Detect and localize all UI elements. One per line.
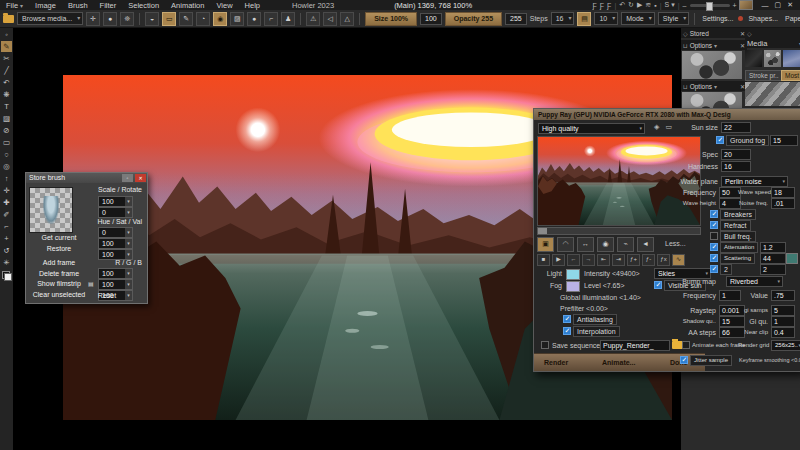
keyframe-smoothing-value[interactable]: Keyframe smoothing <0.00> — [739, 357, 800, 363]
frequency2-field[interactable]: 1 — [719, 290, 741, 301]
rotate-tool-icon[interactable]: ↺ — [1, 245, 12, 256]
rotate-spinner[interactable]: 0 — [98, 207, 133, 218]
text-tool-icon[interactable]: T — [1, 101, 12, 112]
near-clip-field[interactable]: 0.4 — [771, 327, 795, 338]
gi-qu-field[interactable]: 1 — [771, 316, 795, 327]
brush-preview-thumb[interactable] — [29, 187, 73, 233]
background-color[interactable] — [4, 273, 12, 281]
options-arrow-icon[interactable] — [714, 42, 717, 49]
sun-size-field[interactable]: 22 — [721, 122, 751, 133]
last-key-icon[interactable]: ⇥ — [612, 254, 625, 266]
trash-icon[interactable] — [683, 83, 688, 90]
hue-spinner[interactable]: 0 — [98, 227, 133, 238]
aim-camera-icon[interactable]: ◄ — [637, 237, 654, 252]
opacity-button[interactable]: Opacity 255 — [445, 12, 502, 26]
jitter-sample-checkbox[interactable] — [680, 356, 688, 364]
spec-field[interactable]: 20 — [721, 149, 751, 160]
pattern-icon[interactable]: ▨ — [230, 12, 244, 26]
picker-tool-icon[interactable]: ↑ — [1, 173, 12, 184]
pattern-dropdown[interactable]: 10 — [594, 12, 618, 25]
scattering-color-swatch[interactable] — [786, 253, 798, 264]
r-spinner[interactable]: 100 — [98, 268, 133, 279]
texture-preview-thumb[interactable] — [739, 0, 753, 10]
browse-folder-icon[interactable] — [3, 15, 14, 23]
knife-tool-icon[interactable]: ✂ — [1, 53, 12, 64]
curve-editor-icon[interactable]: ∿ — [672, 254, 685, 266]
play-icon[interactable]: ▶ — [552, 254, 565, 266]
size-button[interactable]: Size 100% — [365, 12, 417, 26]
fog-level-value[interactable]: Level <7.65> — [584, 282, 624, 289]
add-frame-button[interactable]: Add frame — [28, 259, 90, 266]
quality-dropdown[interactable]: High quality — [538, 123, 645, 134]
scattering-checkbox[interactable] — [710, 254, 718, 262]
play-icon[interactable]: ▶ — [637, 1, 642, 9]
sequence-name-field[interactable]: Puppy_Render_ — [600, 340, 670, 351]
menu-file[interactable]: File▾ — [0, 1, 29, 10]
stop-icon[interactable]: ▪ — [654, 2, 656, 9]
pan-tool-icon[interactable]: ✚ — [1, 197, 12, 208]
browse-media-dropdown[interactable]: Browse media... — [17, 12, 83, 25]
g-spinner[interactable]: 100 — [98, 279, 133, 290]
style-dropdown[interactable]: Style — [658, 12, 690, 25]
ground-fog-checkbox[interactable] — [716, 136, 724, 144]
visible-sun-checkbox[interactable] — [654, 281, 662, 289]
anchor-tool-icon[interactable]: ✛ — [1, 185, 12, 196]
light-color-swatch[interactable] — [566, 269, 580, 280]
mode-dropdown[interactable]: Mode — [621, 12, 655, 25]
trash-icon[interactable] — [683, 42, 688, 49]
media-box-icon[interactable]: ▭ — [162, 12, 176, 26]
delete-frame-button[interactable]: Delete frame — [28, 270, 90, 277]
options-dropdown[interactable]: Options — [690, 83, 712, 90]
brush-stack-icon[interactable]: ▤ — [577, 12, 591, 26]
interpolation-checkbox[interactable] — [563, 327, 571, 335]
crosshair-icon[interactable]: ✛ — [86, 12, 100, 26]
gradient-tool-icon[interactable]: ▨ — [1, 113, 12, 124]
papers-button[interactable]: Papers... — [783, 15, 800, 22]
pencil-icon[interactable]: ✎ — [179, 12, 193, 26]
attenuation-field[interactable]: 1.2 — [760, 242, 786, 253]
wireframe-icon[interactable]: △ — [340, 12, 354, 26]
hook-icon[interactable]: ⌐ — [264, 12, 278, 26]
next-frame-icon[interactable]: → — [582, 254, 595, 266]
wet-paint-icon[interactable]: ◒ — [145, 12, 159, 26]
undo-icon[interactable]: ↶ — [619, 1, 625, 9]
paw-icon[interactable]: ❊ — [120, 12, 134, 26]
warning-icon[interactable]: ⚠ — [306, 12, 320, 26]
zoom-out-icon[interactable]: – — [683, 2, 687, 9]
less-button[interactable]: Less... — [665, 240, 686, 247]
glow-brush-icon[interactable]: ◉ — [213, 12, 227, 26]
curve-tool-icon[interactable]: ↶ — [1, 77, 12, 88]
bull-freq-checkbox[interactable] — [710, 232, 718, 240]
zoom-slider-handle[interactable] — [706, 2, 713, 11]
preview-scroll-handle[interactable] — [538, 228, 547, 234]
path-camera-icon[interactable]: ⌁ — [617, 237, 634, 252]
menu-filter[interactable]: Filter — [94, 1, 123, 10]
wave-speed-field[interactable]: 18 — [771, 187, 795, 198]
lasso-tool-icon[interactable]: ✐ — [1, 209, 12, 220]
zoom-slider[interactable] — [690, 4, 730, 7]
preview-scroll-slider[interactable] — [537, 227, 701, 235]
zoom-tool-icon[interactable]: ◎ — [1, 161, 12, 172]
stored-texture-thumb[interactable] — [682, 51, 742, 79]
target-camera-icon[interactable]: ◉ — [597, 237, 614, 252]
save-sequence-checkbox[interactable] — [541, 341, 549, 349]
intensity-value[interactable]: Intensity <49400> — [584, 270, 640, 277]
store-brush-close-icon[interactable] — [135, 174, 146, 182]
global-illumination-value[interactable]: Global illumination <1.40> — [560, 294, 641, 301]
scattering-field[interactable]: 44 — [760, 253, 786, 264]
crop-tool-icon[interactable]: ⌐ — [1, 221, 12, 232]
sphere-brush-icon[interactable]: ● — [103, 12, 117, 26]
store-brush-minimize-icon[interactable] — [122, 174, 133, 182]
bump-map-dropdown[interactable]: Riverbed — [726, 276, 783, 287]
shapes-button[interactable]: Shapes... — [746, 15, 780, 22]
fog-color-swatch[interactable] — [566, 281, 580, 292]
breakers-checkbox[interactable] — [710, 210, 718, 218]
restore-button[interactable]: ▢ — [772, 1, 785, 9]
reset-button[interactable]: Reset — [76, 292, 138, 299]
menu-brush[interactable]: Brush — [62, 1, 94, 10]
options-dropdown[interactable]: Options — [690, 42, 712, 49]
menu-view[interactable]: View — [210, 1, 238, 10]
del-key-icon[interactable]: ƒx — [657, 254, 670, 266]
track-camera-icon[interactable]: ▣ — [537, 237, 554, 252]
animate-button[interactable]: Animate... — [602, 354, 635, 371]
